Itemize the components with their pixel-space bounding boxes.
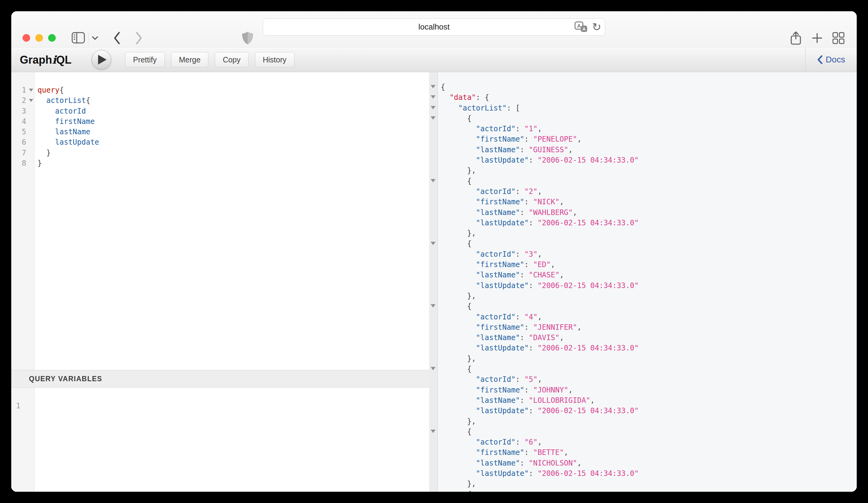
fold-arrow-icon[interactable]	[431, 430, 435, 433]
fold-arrow-icon[interactable]	[431, 85, 435, 88]
query-editor-gutter: 12345678	[11, 72, 34, 370]
window-controls	[22, 34, 56, 42]
reload-button[interactable]: ↻	[592, 22, 601, 33]
code-line: },	[441, 479, 857, 489]
tab-overview-button[interactable]	[831, 31, 846, 45]
line-number: 3	[11, 106, 34, 116]
code-line: "lastName": "CHASE",	[441, 270, 857, 280]
code-line: },	[441, 228, 857, 238]
docs-label: Docs	[826, 55, 845, 64]
privacy-report-button[interactable]	[240, 31, 255, 45]
fold-arrow-icon[interactable]	[431, 179, 435, 182]
svg-text:A: A	[577, 23, 581, 29]
code-line: "lastUpdate": "2006-02-15 04:34:33.0"	[441, 468, 857, 479]
copy-button[interactable]: Copy	[215, 52, 248, 67]
line-number: 1	[11, 85, 34, 95]
code-line: "firstName": "NICK",	[441, 197, 857, 207]
code-line: "actorId": "3",	[441, 249, 857, 259]
variables-editor[interactable]: 1	[11, 388, 429, 492]
fold-arrow-icon[interactable]	[431, 95, 435, 99]
line-number: 6	[11, 137, 34, 147]
close-window-button[interactable]	[22, 34, 30, 42]
code-line: "lastName": "GUINESS",	[441, 145, 857, 155]
code-line: "lastUpdate": "2006-02-15 04:34:33.0"	[441, 281, 857, 291]
sidebar-icon	[72, 32, 85, 43]
code-line: {	[441, 301, 857, 312]
docs-button[interactable]: Docs	[815, 54, 847, 65]
code-line: "lastName": "WAHLBERG",	[441, 207, 857, 218]
query-editor-code[interactable]: query{ actorList{ actorId firstName last…	[35, 72, 429, 370]
sidebar-toggle-button[interactable]	[71, 31, 85, 44]
code-line: "lastUpdate": "2006-02-15 04:34:33.0"	[441, 343, 857, 353]
back-button[interactable]	[112, 31, 122, 45]
code-line: "actorId": "4",	[441, 312, 857, 322]
share-button[interactable]	[788, 31, 803, 45]
tab-overview-grid-icon	[832, 32, 845, 44]
fold-arrow-icon[interactable]	[29, 99, 33, 102]
share-icon	[790, 31, 802, 45]
code-line: "lastUpdate": "2006-02-15 04:34:33.0"	[441, 155, 857, 165]
code-line: {	[441, 113, 857, 124]
code-line: "actorId": "6",	[441, 437, 857, 447]
code-line: "firstName": "BETTE",	[441, 447, 857, 458]
execute-query-button[interactable]	[92, 50, 111, 70]
merge-button[interactable]: Merge	[171, 52, 209, 67]
fold-arrow-icon[interactable]	[431, 116, 435, 120]
history-button[interactable]: History	[255, 52, 294, 67]
graphiql-logo: GraphiQL	[20, 53, 72, 66]
chevron-down-icon	[91, 36, 99, 40]
query-pane: 12345678 query{ actorList{ actorId first…	[11, 72, 429, 492]
code-line: },	[441, 416, 857, 427]
query-variables-header[interactable]: QUERY VARIABLES	[11, 370, 429, 388]
code-line: {	[441, 427, 857, 437]
code-line: "actorId": "5",	[441, 374, 857, 385]
code-line: "actorId": "1",	[441, 124, 857, 134]
line-number: 5	[11, 127, 34, 137]
plus-icon	[811, 32, 823, 44]
fold-arrow-icon[interactable]	[29, 88, 33, 92]
toolbar-button-group: PrettifyMergeCopyHistory	[125, 52, 294, 67]
chevron-left-icon	[817, 55, 823, 64]
sidebar-menu-button[interactable]	[91, 35, 99, 41]
zoom-window-button[interactable]	[48, 34, 56, 42]
code-line: },	[441, 291, 857, 301]
code-line: actorId	[38, 106, 429, 116]
fold-arrow-icon[interactable]	[431, 242, 435, 245]
graphiql-content: 12345678 query{ actorList{ actorId first…	[11, 72, 857, 492]
new-tab-button[interactable]	[810, 31, 825, 45]
line-number: 1	[11, 401, 34, 411]
code-line: }	[38, 158, 429, 168]
code-line: "firstName": "JENNIFER",	[441, 322, 857, 333]
graphiql-toolbar: GraphiQL PrettifyMergeCopyHistory Docs	[11, 47, 857, 72]
prettify-button[interactable]: Prettify	[125, 52, 165, 67]
translate-button[interactable]: A A	[575, 21, 588, 33]
code-line: "firstName": "JOHNNY",	[441, 385, 857, 395]
forward-button[interactable]	[134, 31, 144, 45]
code-line: {	[441, 489, 857, 492]
query-editor[interactable]: 12345678 query{ actorList{ actorId first…	[11, 72, 429, 370]
svg-text:A: A	[582, 27, 585, 31]
address-bar[interactable]: localhost A A ↻	[263, 18, 605, 35]
minimize-window-button[interactable]	[35, 34, 43, 42]
play-icon	[98, 55, 106, 64]
line-number: 7	[11, 148, 34, 158]
forward-chevron-icon	[135, 31, 143, 45]
address-bar-text: localhost	[263, 19, 605, 35]
code-line: }	[38, 148, 429, 158]
fold-arrow-icon[interactable]	[431, 367, 435, 370]
privacy-shield-icon	[241, 31, 254, 45]
reload-icon: ↻	[592, 21, 601, 33]
toolbar-divider	[88, 33, 89, 44]
code-line: {	[441, 176, 857, 186]
fold-arrow-icon[interactable]	[431, 106, 435, 109]
code-line: lastUpdate	[38, 137, 429, 147]
code-line: actorList{	[38, 95, 429, 106]
code-line: "firstName": "PENELOPE",	[441, 134, 857, 144]
code-line: },	[441, 165, 857, 176]
fold-arrow-icon[interactable]	[431, 304, 435, 307]
line-number: 2	[11, 95, 34, 106]
code-line: firstName	[38, 116, 429, 127]
safari-window: localhost A A ↻	[11, 11, 857, 492]
code-line: },	[441, 354, 857, 364]
line-number: 8	[11, 158, 34, 168]
